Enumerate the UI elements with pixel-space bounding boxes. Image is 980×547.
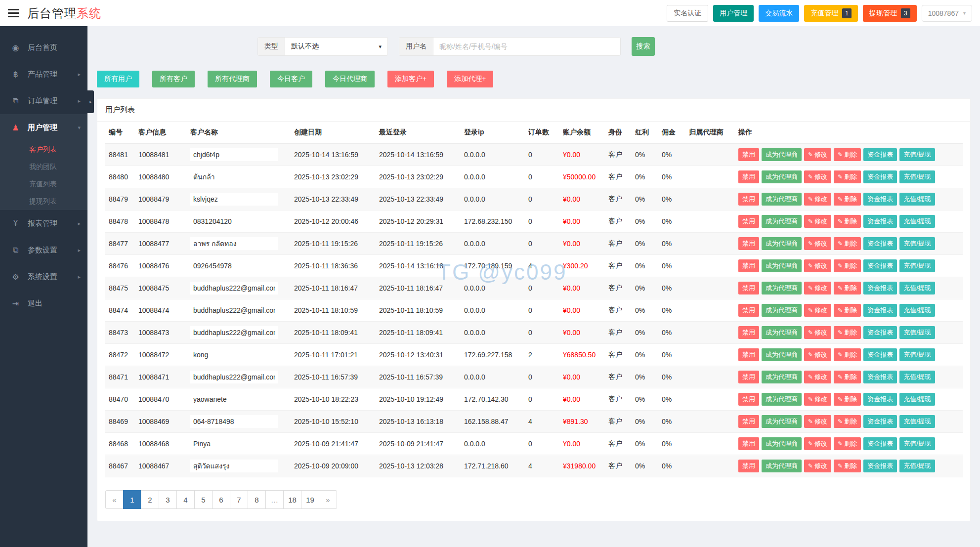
sidebar-subitem-my-team[interactable]: 我的团队 (0, 158, 87, 175)
customer-name-input[interactable] (190, 304, 278, 317)
add-agent-button[interactable]: 添加代理+ (447, 71, 493, 87)
disable-button[interactable]: 禁用 (738, 170, 759, 183)
customer-name-input[interactable] (190, 215, 278, 228)
disable-button[interactable]: 禁用 (738, 437, 759, 450)
recharge-withdraw-button[interactable]: 充值/提现 (899, 282, 935, 295)
customer-name-input[interactable] (190, 371, 278, 383)
make-agent-button[interactable]: 成为代理商 (762, 415, 802, 428)
funds-report-button[interactable]: 资金报表 (863, 148, 897, 161)
delete-button[interactable]: ✎删除 (834, 437, 861, 450)
sidebar-collapse-handle[interactable]: ▸ (87, 90, 94, 113)
edit-button[interactable]: ✎修改 (804, 148, 831, 161)
edit-button[interactable]: ✎修改 (804, 348, 831, 361)
recharge-withdraw-button[interactable]: 充值/提现 (899, 237, 935, 250)
page-3[interactable]: 3 (159, 490, 177, 509)
delete-button[interactable]: ✎删除 (834, 282, 861, 295)
recharge-withdraw-button[interactable]: 充值/提现 (899, 326, 935, 339)
page-6[interactable]: 6 (212, 490, 230, 509)
delete-button[interactable]: ✎删除 (834, 148, 861, 161)
edit-button[interactable]: ✎修改 (804, 259, 831, 272)
delete-button[interactable]: ✎删除 (834, 304, 861, 317)
make-agent-button[interactable]: 成为代理商 (762, 304, 802, 317)
delete-button[interactable]: ✎删除 (834, 371, 861, 383)
disable-button[interactable]: 禁用 (738, 348, 759, 361)
edit-button[interactable]: ✎修改 (804, 237, 831, 250)
disable-button[interactable]: 禁用 (738, 460, 759, 472)
funds-report-button[interactable]: 资金报表 (863, 193, 897, 206)
edit-button[interactable]: ✎修改 (804, 437, 831, 450)
account-dropdown[interactable]: 10087867▾ (922, 5, 972, 22)
recharge-withdraw-button[interactable]: 充值/提现 (899, 259, 935, 272)
username-input[interactable] (433, 38, 620, 55)
delete-button[interactable]: ✎删除 (834, 348, 861, 361)
sidebar-subitem-customer-list[interactable]: 客户列表 (0, 141, 87, 158)
customer-name-input[interactable] (190, 170, 278, 183)
make-agent-button[interactable]: 成为代理商 (762, 348, 802, 361)
sidebar-item-users[interactable]: ♟用户管理▾ (0, 114, 87, 141)
edit-button[interactable]: ✎修改 (804, 170, 831, 183)
realname-auth-button[interactable]: 实名认证 (667, 5, 708, 22)
customer-name-input[interactable] (190, 282, 278, 295)
disable-button[interactable]: 禁用 (738, 259, 759, 272)
page-5[interactable]: 5 (194, 490, 213, 509)
recharge-management-button[interactable]: 充值管理1 (804, 5, 858, 22)
disable-button[interactable]: 禁用 (738, 215, 759, 228)
recharge-withdraw-button[interactable]: 充值/提现 (899, 215, 935, 228)
transaction-flow-button[interactable]: 交易流水 (759, 5, 799, 22)
make-agent-button[interactable]: 成为代理商 (762, 371, 802, 383)
funds-report-button[interactable]: 资金报表 (863, 304, 897, 317)
make-agent-button[interactable]: 成为代理商 (762, 170, 802, 183)
edit-button[interactable]: ✎修改 (804, 460, 831, 472)
edit-button[interactable]: ✎修改 (804, 393, 831, 406)
page-8[interactable]: 8 (248, 490, 266, 509)
page-18[interactable]: 18 (283, 490, 301, 509)
page-prev[interactable]: « (105, 490, 124, 509)
make-agent-button[interactable]: 成为代理商 (762, 237, 802, 250)
make-agent-button[interactable]: 成为代理商 (762, 282, 802, 295)
sidebar-item-params[interactable]: ⧉参数设置▸ (0, 237, 87, 263)
funds-report-button[interactable]: 资金报表 (863, 237, 897, 250)
delete-button[interactable]: ✎删除 (834, 393, 861, 406)
funds-report-button[interactable]: 资金报表 (863, 460, 897, 472)
page-4[interactable]: 4 (176, 490, 195, 509)
make-agent-button[interactable]: 成为代理商 (762, 193, 802, 206)
customer-name-input[interactable] (190, 237, 278, 250)
all-agents-button[interactable]: 所有代理商 (208, 71, 257, 87)
recharge-withdraw-button[interactable]: 充值/提现 (899, 415, 935, 428)
customer-name-input[interactable] (190, 348, 278, 361)
sidebar-item-logout[interactable]: ⇥退出 (0, 290, 87, 317)
disable-button[interactable]: 禁用 (738, 415, 759, 428)
delete-button[interactable]: ✎删除 (834, 170, 861, 183)
funds-report-button[interactable]: 资金报表 (863, 393, 897, 406)
customer-name-input[interactable] (190, 148, 278, 161)
delete-button[interactable]: ✎删除 (834, 415, 861, 428)
edit-button[interactable]: ✎修改 (804, 215, 831, 228)
delete-button[interactable]: ✎删除 (834, 259, 861, 272)
hamburger-menu-icon[interactable] (8, 9, 19, 17)
recharge-withdraw-button[interactable]: 充值/提现 (899, 193, 935, 206)
disable-button[interactable]: 禁用 (738, 148, 759, 161)
recharge-withdraw-button[interactable]: 充值/提现 (899, 148, 935, 161)
sidebar-item-dashboard[interactable]: ◉后台首页 (0, 34, 87, 61)
sidebar-item-reports[interactable]: ¥报表管理▸ (0, 210, 87, 237)
all-customers-button[interactable]: 所有客户 (152, 71, 195, 87)
make-agent-button[interactable]: 成为代理商 (762, 393, 802, 406)
page-7[interactable]: 7 (230, 490, 248, 509)
all-users-button[interactable]: 所有用户 (97, 71, 139, 87)
delete-button[interactable]: ✎删除 (834, 193, 861, 206)
add-customer-button[interactable]: 添加客户+ (387, 71, 434, 87)
disable-button[interactable]: 禁用 (738, 282, 759, 295)
edit-button[interactable]: ✎修改 (804, 304, 831, 317)
disable-button[interactable]: 禁用 (738, 237, 759, 250)
delete-button[interactable]: ✎删除 (834, 460, 861, 472)
make-agent-button[interactable]: 成为代理商 (762, 460, 802, 472)
disable-button[interactable]: 禁用 (738, 371, 759, 383)
sidebar-subitem-withdraw-list[interactable]: 提现列表 (0, 193, 87, 210)
recharge-withdraw-button[interactable]: 充值/提现 (899, 348, 935, 361)
funds-report-button[interactable]: 资金报表 (863, 282, 897, 295)
funds-report-button[interactable]: 资金报表 (863, 170, 897, 183)
make-agent-button[interactable]: 成为代理商 (762, 148, 802, 161)
funds-report-button[interactable]: 资金报表 (863, 348, 897, 361)
edit-button[interactable]: ✎修改 (804, 371, 831, 383)
funds-report-button[interactable]: 资金报表 (863, 215, 897, 228)
